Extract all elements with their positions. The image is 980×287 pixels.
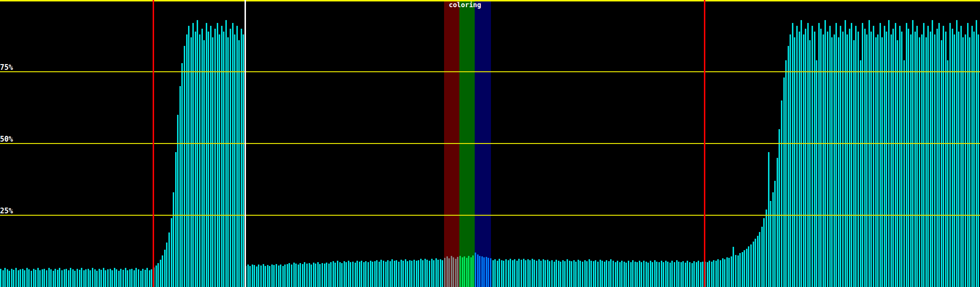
y-tick-label-25: 25% (0, 208, 13, 214)
y-tick-label-75: 75% (0, 65, 13, 71)
y-tick-label-50: 50% (0, 136, 13, 143)
waveform-scope: coloring 75%50%25% (0, 0, 980, 287)
labels-layer: coloring 75%50%25% (0, 0, 980, 287)
coloring-band-label: coloring (449, 1, 481, 8)
